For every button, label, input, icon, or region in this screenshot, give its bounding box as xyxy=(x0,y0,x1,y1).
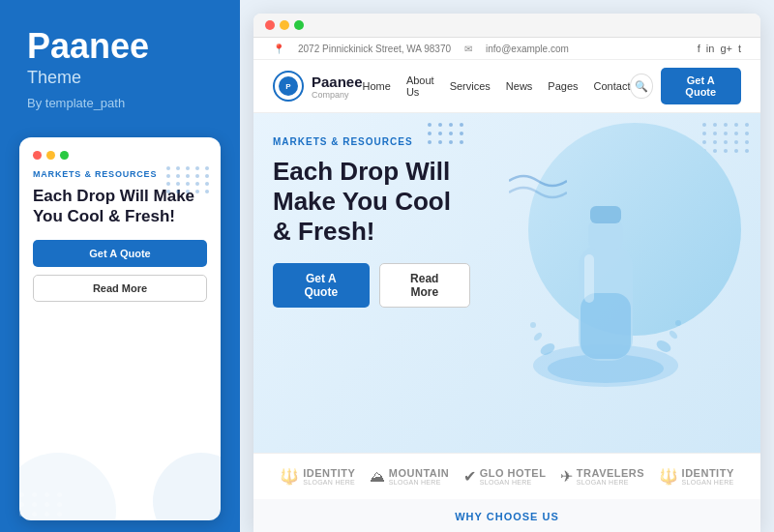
brand-logo-circle: P xyxy=(273,71,304,102)
hero-heading-line2: Make You Cool xyxy=(273,187,451,216)
phone-bg-dots xyxy=(166,166,211,193)
hero-buttons: Get A Quote Read More xyxy=(273,263,470,308)
hero-get-quote-button[interactable]: Get A Quote xyxy=(273,263,370,308)
svg-point-5 xyxy=(668,329,678,340)
brand-icon-5: 🔱 IDENTITY SLOGAN HERE xyxy=(659,467,734,486)
hero-markets-label: MARKETS & RESOURCES xyxy=(273,136,470,147)
twitter-icon[interactable]: in xyxy=(706,43,715,54)
browser-window: 📍 2072 Pinnickinick Street, WA 98370 ✉ i… xyxy=(253,14,760,532)
brand-logo-icon-5: 🔱 xyxy=(659,467,678,486)
phone-get-quote-button[interactable]: Get A Quote xyxy=(33,240,207,267)
navbar-cta-button[interactable]: Get A Quote xyxy=(661,68,742,104)
search-icon[interactable]: 🔍 xyxy=(630,74,652,99)
hero-heading: Each Drop Will Make You Cool & Fresh! xyxy=(273,157,470,248)
topbar-left: 📍 2072 Pinnickinick Street, WA 98370 ✉ i… xyxy=(273,44,569,54)
brand-glo-hotel: ✔ GLO HOTEL SLOGAN HERE xyxy=(463,467,547,486)
hero-right xyxy=(470,133,741,453)
browser-traffic-lights xyxy=(265,20,304,30)
brand-text-4: TRAVELERS SLOGAN HERE xyxy=(577,467,644,486)
topbar-address: 2072 Pinnickinick Street, WA 98370 xyxy=(298,44,451,54)
why-choose-text: WHY CHOOSE US xyxy=(455,511,559,522)
browser-dot-yellow xyxy=(280,20,289,30)
brand-logo-icon-3: ✔ xyxy=(463,467,476,486)
brand-icon-1: 🔱 IDENTITY SLOGAN HERE xyxy=(280,467,355,486)
browser-area: 📍 2072 Pinnickinick Street, WA 98370 ✉ i… xyxy=(240,0,774,532)
brand-sub: Company xyxy=(312,90,363,100)
navbar-nav: Home About Us Services News Pages Contac… xyxy=(363,74,631,98)
brand-text: Paanee Company xyxy=(312,74,363,100)
address-icon: 📍 xyxy=(273,44,284,54)
brands-bar: 🔱 IDENTITY SLOGAN HERE ⛰ MOUNTAIN SLOGAN… xyxy=(253,453,760,499)
brand-text-2: MOUNTAIN SLOGAN HERE xyxy=(389,467,449,486)
nav-pages[interactable]: Pages xyxy=(548,80,578,92)
svg-rect-9 xyxy=(588,221,623,250)
browser-chrome-bar xyxy=(253,14,760,38)
svg-point-7 xyxy=(675,320,681,326)
brand-logo-icon-4: ✈ xyxy=(560,467,573,486)
water-bottle-svg xyxy=(519,196,693,390)
phone-dot-yellow xyxy=(46,151,55,160)
facebook-icon[interactable]: f xyxy=(698,43,700,54)
email-icon: ✉ xyxy=(464,44,472,54)
sidebar: Paanee Theme By template_path MARKETS & … xyxy=(0,0,240,532)
phone-circle-decoration-1 xyxy=(153,453,221,520)
brand-text-3: GLO HOTEL SLOGAN HERE xyxy=(480,467,547,486)
browser-dot-red xyxy=(265,20,275,30)
phone-dot-red xyxy=(33,151,42,160)
phone-read-more-button[interactable]: Read More xyxy=(33,275,207,302)
hero-section: MARKETS & RESOURCES Each Drop Will Make … xyxy=(253,113,760,453)
why-choose-bar: WHY CHOOSE US xyxy=(253,499,760,532)
nav-about[interactable]: About Us xyxy=(406,74,434,98)
sidebar-subtitle: Theme xyxy=(27,68,213,88)
brand-logo-inner: P xyxy=(279,76,298,96)
site-topbar: 📍 2072 Pinnickinick Street, WA 98370 ✉ i… xyxy=(253,38,760,60)
svg-point-4 xyxy=(532,331,543,341)
sidebar-title: Paanee xyxy=(27,27,213,66)
site-navbar: P Paanee Company Home About Us Services … xyxy=(253,60,760,113)
nav-news[interactable]: News xyxy=(506,80,533,92)
brand-logo-icon-2: ⛰ xyxy=(370,468,385,486)
hero-heading-line3: & Fresh! xyxy=(273,217,374,246)
topbar-email: info@example.com xyxy=(486,44,569,54)
hero-left: MARKETS & RESOURCES Each Drop Will Make … xyxy=(273,133,470,453)
nav-contact[interactable]: Contact xyxy=(594,80,631,92)
sidebar-header: Paanee Theme By template_path xyxy=(0,0,240,126)
hero-read-more-button[interactable]: Read More xyxy=(379,263,470,308)
brand-identity-1: 🔱 IDENTITY SLOGAN HERE xyxy=(280,467,355,486)
navbar-actions: 🔍 Get A Quote xyxy=(630,68,741,104)
navbar-brand: P Paanee Company xyxy=(273,71,363,102)
brand-icon-3: ✔ GLO HOTEL SLOGAN HERE xyxy=(463,467,547,486)
brand-mountain: ⛰ MOUNTAIN SLOGAN HERE xyxy=(370,467,449,486)
sidebar-by: By template_path xyxy=(27,96,213,110)
hero-heading-line1: Each Drop Will xyxy=(273,157,450,186)
brand-identity-2: 🔱 IDENTITY SLOGAN HERE xyxy=(659,467,734,486)
phone-traffic-lights xyxy=(33,151,207,160)
phone-mockup: MARKETS & RESOURCES Each Drop Will Make … xyxy=(19,137,221,520)
brand-icon-4: ✈ TRAVELERS SLOGAN HERE xyxy=(560,467,644,486)
brand-name: Paanee xyxy=(312,74,363,90)
social-icon-4[interactable]: t xyxy=(738,43,741,54)
topbar-social-icons: f in g+ t xyxy=(698,43,741,54)
sidebar-bottom-dots xyxy=(19,492,65,517)
nav-home[interactable]: Home xyxy=(363,80,391,92)
svg-rect-10 xyxy=(590,206,621,223)
brand-logo-icon-1: 🔱 xyxy=(280,467,299,486)
brand-icon-2: ⛰ MOUNTAIN SLOGAN HERE xyxy=(370,467,449,486)
brand-travelers: ✈ TRAVELERS SLOGAN HERE xyxy=(560,467,644,486)
brand-text-1: IDENTITY SLOGAN HERE xyxy=(303,467,355,486)
svg-point-6 xyxy=(530,322,536,328)
svg-rect-11 xyxy=(580,293,631,359)
brand-text-5: IDENTITY SLOGAN HERE xyxy=(682,467,734,486)
browser-dot-green xyxy=(294,20,304,30)
instagram-icon[interactable]: g+ xyxy=(720,43,732,54)
phone-dot-green xyxy=(60,151,69,160)
nav-services[interactable]: Services xyxy=(450,80,491,92)
svg-rect-12 xyxy=(584,254,594,303)
